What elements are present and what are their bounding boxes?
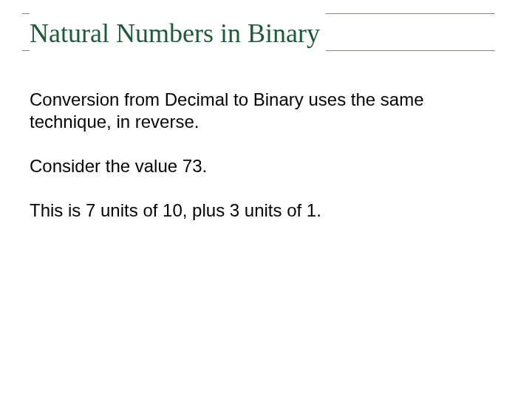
paragraph-1-text: Conversion from Decimal to Binary uses t… [30,89,424,132]
paragraph-3-text: This is 7 units of 10, plus 3 units of 1… [30,200,321,220]
slide-title: Natural Numbers in Binary [30,13,326,53]
slide-body: Conversion from Decimal to Binary uses t… [22,89,510,222]
title-bar: Natural Numbers in Binary [22,13,510,53]
paragraph-1: Conversion from Decimal to Binary uses t… [28,89,480,133]
paragraph-2: Consider the value 73. [28,155,480,177]
paragraph-3: This is 7 units of 10, plus 3 units of 1… [28,200,480,222]
paragraph-2-text: Consider the value 73. [30,156,207,176]
